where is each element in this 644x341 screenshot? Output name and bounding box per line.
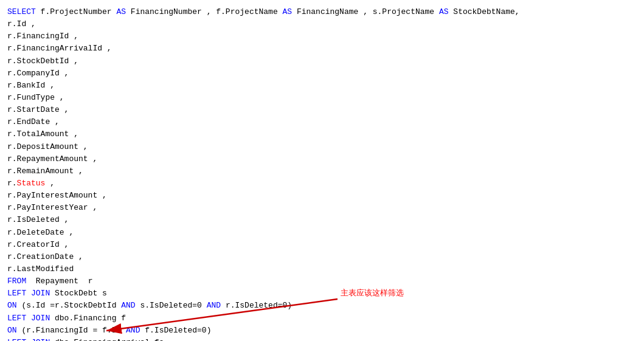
code-line: r.DepositAmount , [7,141,637,153]
code-line: r.FinancingId , [7,30,637,43]
code-line: r.IsDeleted , [7,214,637,226]
code-line: r.BankId , [7,80,637,92]
code-line: r.CreationDate , [7,251,637,263]
code-line: r.FinancingArrivalId , [7,43,637,55]
code-line: ON (s.Id =r.StockDebtId AND s.IsDeleted=… [7,300,637,312]
code-line: r.RemainAmount , [7,165,637,177]
code-line: r.LastModified [7,263,637,275]
code-line: r.StartDate , [7,104,637,116]
code-line: r.RepaymentAmount , [7,153,637,165]
code-line: r.PayInterestYear , [7,202,637,214]
code-line: r.EndDate , [7,116,637,128]
code-line: r.FundType , [7,92,637,104]
code-line: SELECT f.ProjectNumber AS FinancingNumbe… [7,6,637,18]
code-line: LEFT JOIN dbo.FinancingArrival fa [7,337,637,341]
code-line: r.PayInterestAmount , [7,190,637,202]
code-line: r.Id , [7,18,637,30]
code-line: r.CreatorId , [7,239,637,251]
code-line: LEFT JOIN StockDebt s [7,288,637,300]
code-line: r.Status , [7,177,637,190]
code-line: LEFT JOIN dbo.Financing f [7,312,637,325]
annotation-text: 主表应该这样筛选 [341,287,404,299]
code-editor: SELECT f.ProjectNumber AS FinancingNumbe… [0,0,644,341]
code-line: ON (r.FinancingId = f.Id AND f.IsDeleted… [7,325,637,337]
code-line: r.DeleteDate , [7,227,637,239]
code-line: r.CompanyId , [7,67,637,80]
code-content: SELECT f.ProjectNumber AS FinancingNumbe… [7,6,637,341]
code-line: r.TotalAmount , [7,128,637,140]
code-line: FROM Repayment r [7,275,637,288]
code-line: r.StockDebtId , [7,55,637,67]
